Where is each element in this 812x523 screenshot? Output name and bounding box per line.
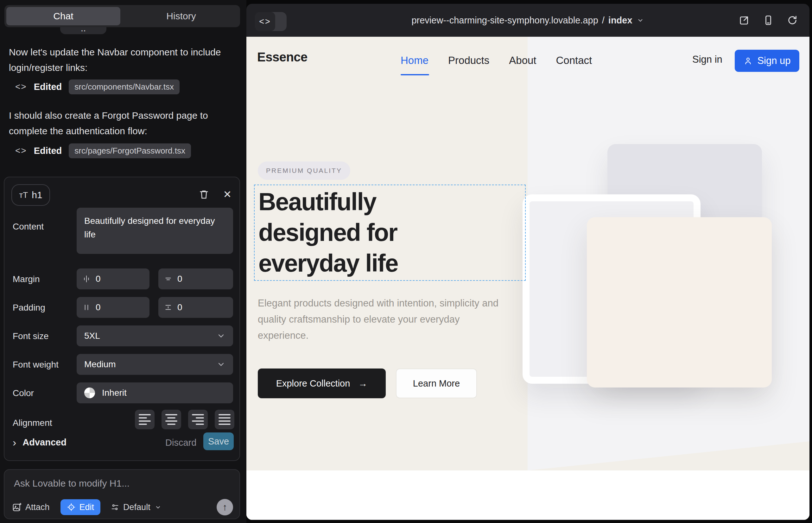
- site-viewport: Essence Home Products About Contact Sign…: [246, 37, 810, 520]
- chevron-down-icon: [217, 360, 226, 369]
- send-button[interactable]: ↑: [217, 499, 233, 516]
- font-weight-label: Font weight: [13, 360, 58, 370]
- margin-vertical-icon: [164, 275, 172, 283]
- padding-label: Padding: [13, 303, 45, 313]
- edit-mode-button[interactable]: Edit: [60, 499, 101, 515]
- chevron-down-icon: [217, 331, 226, 340]
- alignment-label: Alignment: [13, 418, 52, 428]
- tab-chat[interactable]: Chat: [6, 7, 120, 25]
- open-external-icon[interactable]: [739, 15, 750, 26]
- margin-label: Margin: [13, 274, 40, 284]
- text-type-icon: тT: [19, 190, 28, 200]
- arrow-up-icon: ↑: [223, 502, 227, 512]
- composer-toolbar: Attach Edit: [12, 499, 233, 516]
- trash-icon: [198, 189, 209, 200]
- font-weight-select[interactable]: Medium: [77, 354, 233, 375]
- code-icon: <>: [255, 12, 275, 31]
- edited-file-row[interactable]: <> Edited src/components/Navbar.tsx: [15, 79, 180, 94]
- code-preview-toggle[interactable]: <>: [255, 12, 287, 31]
- element-tag-label: h1: [32, 190, 42, 200]
- sliders-icon: [110, 503, 119, 511]
- close-panel-button[interactable]: ✕: [220, 187, 234, 201]
- prompt-input[interactable]: Ask Lovable to modify H1...: [14, 478, 129, 489]
- active-nav-underline: [401, 74, 429, 75]
- preview-browser-window: preview--charming-site-symphony.lovable.…: [246, 4, 810, 520]
- chevron-down-icon: [154, 503, 162, 511]
- element-editor-panel: тT h1 ✕ Content Beautifully designed for…: [4, 177, 240, 461]
- margin-x-input[interactable]: 0: [77, 269, 149, 289]
- margin-horizontal-icon: [82, 275, 91, 283]
- edited-file-row[interactable]: <> Edited src/pages/ForgotPassword.tsx: [15, 143, 191, 158]
- preview-path: index: [608, 15, 632, 26]
- code-icon: <>: [15, 82, 27, 92]
- padding-vertical-icon: [164, 303, 172, 311]
- lovable-chat-panel: .. Chat History Now let's update the Nav…: [0, 0, 246, 523]
- attach-button[interactable]: Attach: [12, 502, 50, 512]
- padding-x-input[interactable]: 0: [77, 297, 149, 318]
- element-tag-badge[interactable]: тT h1: [12, 184, 50, 206]
- edited-label: Edited: [34, 82, 62, 92]
- url-separator: /: [602, 15, 604, 26]
- font-size-label: Font size: [13, 331, 49, 341]
- content-label: Content: [13, 222, 44, 232]
- site-logo[interactable]: Essence: [257, 50, 307, 64]
- advanced-toggle[interactable]: › Advanced: [13, 436, 67, 449]
- prompt-composer: Ask Lovable to modify H1... Attach: [4, 469, 240, 519]
- site-nav: Home Products About Contact: [401, 54, 592, 67]
- file-chip[interactable]: src/components/Navbar.tsx: [69, 79, 180, 94]
- align-center-button[interactable]: [161, 410, 181, 429]
- model-default-selector[interactable]: Default: [110, 502, 162, 512]
- nav-link-about[interactable]: About: [509, 54, 536, 67]
- premium-quality-badge: PREMIUM QUALITY: [258, 161, 350, 180]
- learn-more-button[interactable]: Learn More: [396, 368, 477, 398]
- person-icon: [743, 56, 753, 66]
- color-label: Color: [13, 388, 34, 398]
- nav-link-products[interactable]: Products: [448, 54, 489, 67]
- align-left-button[interactable]: [135, 410, 155, 429]
- code-icon: <>: [15, 146, 27, 156]
- signup-button[interactable]: Sign up: [735, 50, 799, 72]
- chevron-down-icon: [636, 16, 645, 24]
- h1-selection-outline[interactable]: Beautifully designed for everyday life: [254, 184, 526, 281]
- save-button[interactable]: Save: [203, 432, 234, 450]
- explore-collection-button[interactable]: Explore Collection →: [258, 368, 386, 398]
- align-right-button[interactable]: [188, 410, 208, 429]
- next-section-background: [246, 470, 810, 520]
- chat-message: Now let's update the Navbar component to…: [9, 44, 235, 75]
- tab-history[interactable]: History: [124, 7, 238, 25]
- delete-element-button[interactable]: [197, 187, 211, 201]
- hero-paragraph: Elegant products designed with intention…: [258, 295, 508, 343]
- chat-message: I should also create a Forgot Password p…: [9, 108, 235, 139]
- discard-button[interactable]: Discard: [165, 437, 196, 448]
- padding-horizontal-icon: [82, 303, 91, 311]
- chevron-right-icon: ›: [13, 436, 16, 449]
- edited-label: Edited: [34, 146, 62, 156]
- hero-card-cream: [587, 217, 772, 387]
- mobile-view-icon[interactable]: [763, 15, 774, 26]
- align-justify-button[interactable]: [215, 410, 234, 429]
- chat-history-tabbar: Chat History: [4, 5, 240, 27]
- padding-y-input[interactable]: 0: [158, 297, 233, 318]
- color-swatch-transparent: [84, 387, 95, 398]
- scrolled-message-pill[interactable]: ..: [60, 26, 106, 34]
- color-select[interactable]: Inherit: [77, 382, 233, 403]
- signin-link[interactable]: Sign in: [692, 54, 722, 65]
- close-icon: ✕: [223, 188, 232, 200]
- nav-link-home[interactable]: Home: [401, 54, 428, 67]
- hero-headline: Beautifully designed for everyday life: [254, 185, 525, 278]
- margin-y-input[interactable]: 0: [158, 269, 233, 289]
- refresh-icon[interactable]: [787, 15, 798, 26]
- target-icon: [67, 503, 76, 511]
- content-input[interactable]: Beautifully designed for everyday life: [77, 208, 233, 254]
- font-size-select[interactable]: 5XL: [77, 325, 233, 346]
- nav-link-contact[interactable]: Contact: [556, 54, 592, 67]
- attach-image-icon: [12, 502, 21, 512]
- arrow-right-icon: →: [358, 378, 367, 389]
- preview-url: preview--charming-site-symphony.lovable.…: [411, 15, 598, 26]
- browser-toolbar: preview--charming-site-symphony.lovable.…: [246, 4, 810, 37]
- url-bar[interactable]: preview--charming-site-symphony.lovable.…: [246, 4, 810, 37]
- file-chip[interactable]: src/pages/ForgotPassword.tsx: [69, 143, 191, 158]
